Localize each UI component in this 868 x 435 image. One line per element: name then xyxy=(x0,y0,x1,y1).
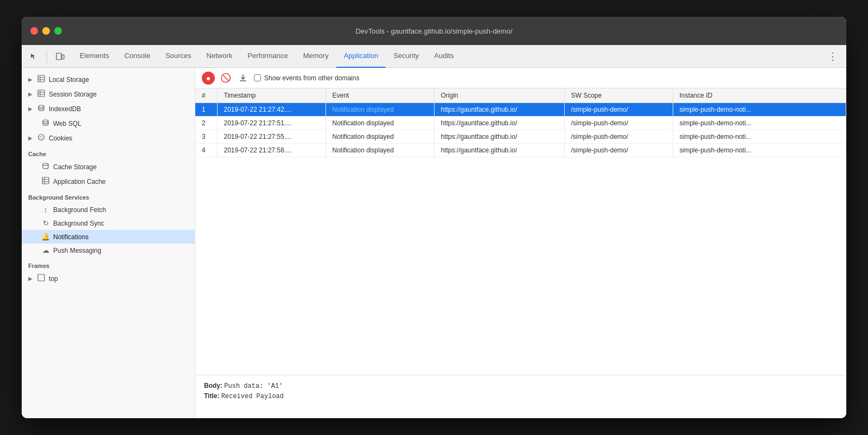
table-scroll[interactable]: # Timestamp Event Origin SW Scope Instan… xyxy=(195,88,846,375)
db-icon xyxy=(41,119,50,128)
cell-4: /simple-push-demo/ xyxy=(564,117,673,130)
frames-section-header: Frames xyxy=(22,257,195,271)
col-header-scope: SW Scope xyxy=(564,88,673,103)
svg-point-16 xyxy=(43,163,48,165)
svg-point-14 xyxy=(41,138,42,139)
table-icon xyxy=(37,75,46,84)
cell-5: simple-push-demo-noti... xyxy=(673,117,846,130)
cell-4: /simple-push-demo/ xyxy=(564,144,673,157)
cell-2: Notification displayed xyxy=(326,144,434,157)
bg-sync-label: Background Sync xyxy=(53,220,104,227)
table-row[interactable]: 42019-07-22 21:27:58....Notification dis… xyxy=(195,144,846,157)
more-tabs-icon[interactable]: ⋮ xyxy=(824,50,842,62)
cache-storage-label: Cache Storage xyxy=(53,163,97,171)
show-other-domains-input[interactable] xyxy=(254,74,261,81)
cell-0: 3 xyxy=(195,130,217,144)
sidebar-item-session-storage[interactable]: ▶ Session Storage xyxy=(22,87,195,101)
title-label: Title: xyxy=(204,392,219,400)
svg-point-10 xyxy=(39,105,44,107)
bell-icon: 🔔 xyxy=(41,233,50,241)
sidebar-item-bg-sync[interactable]: ↻ Background Sync xyxy=(22,216,195,230)
traffic-lights xyxy=(30,27,62,35)
tab-network[interactable]: Network xyxy=(199,45,240,68)
sidebar-item-websql[interactable]: Web SQL xyxy=(22,116,195,131)
svg-rect-17 xyxy=(42,177,49,184)
close-button[interactable] xyxy=(30,27,38,35)
device-icon[interactable] xyxy=(53,49,68,64)
cell-4: /simple-push-demo/ xyxy=(564,103,673,117)
table-row[interactable]: 32019-07-22 21:27:55....Notification dis… xyxy=(195,130,846,144)
sidebar-item-app-cache[interactable]: Application Cache xyxy=(22,174,195,189)
cell-1: 2019-07-22 21:27:51.... xyxy=(217,117,326,130)
tab-memory[interactable]: Memory xyxy=(296,45,336,68)
app-cache-label: Application Cache xyxy=(53,178,106,185)
local-storage-label: Local Storage xyxy=(49,76,89,84)
tab-security[interactable]: Security xyxy=(386,45,426,68)
show-other-domains-checkbox[interactable]: Show events from other domains xyxy=(254,74,359,82)
svg-point-11 xyxy=(43,120,48,122)
arrow-icon: ▶ xyxy=(28,76,33,82)
maximize-button[interactable] xyxy=(54,27,62,35)
col-header-origin: Origin xyxy=(434,88,564,103)
col-header-event: Event xyxy=(326,88,434,103)
table-container: # Timestamp Event Origin SW Scope Instan… xyxy=(195,88,846,418)
cell-3: https://gauntface.github.io/ xyxy=(434,130,564,144)
record-button[interactable]: ● xyxy=(202,72,215,85)
cell-2: Notification displayed xyxy=(326,103,434,117)
cell-1: 2019-07-22 21:27:42.... xyxy=(217,103,326,117)
tab-console[interactable]: Console xyxy=(117,45,158,68)
top-frame-label: top xyxy=(49,275,58,283)
frame-icon xyxy=(37,274,46,283)
svg-rect-0 xyxy=(56,53,61,60)
cell-2: Notification displayed xyxy=(326,117,434,130)
cell-4: /simple-push-demo/ xyxy=(564,130,673,144)
clear-button[interactable]: 🚫 xyxy=(219,72,232,85)
sidebar: ▶ Local Storage ▶ xyxy=(22,68,195,418)
sidebar-item-indexeddb[interactable]: ▶ IndexedDB xyxy=(22,101,195,116)
cell-3: https://gauntface.github.io/ xyxy=(434,103,564,117)
tab-icon-group xyxy=(26,49,68,64)
right-panel: ● 🚫 Show events from other domains xyxy=(195,68,846,418)
sidebar-item-notifications[interactable]: 🔔 Notifications xyxy=(22,230,195,244)
cursor-icon[interactable] xyxy=(26,49,41,64)
arrow-icon: ▶ xyxy=(28,135,33,141)
table-icon xyxy=(37,89,46,99)
sidebar-item-cache-storage[interactable]: Cache Storage xyxy=(22,159,195,174)
db-icon xyxy=(37,104,46,113)
websql-label: Web SQL xyxy=(53,120,81,127)
window-title: DevTools - gauntface.github.io/simple-pu… xyxy=(355,27,512,35)
show-other-domains-label: Show events from other domains xyxy=(264,74,359,82)
cell-5: simple-push-demo-noti... xyxy=(673,130,846,144)
svg-point-15 xyxy=(42,136,43,137)
sidebar-item-top-frame[interactable]: ▶ top xyxy=(22,271,195,286)
sidebar-item-cookies[interactable]: ▶ Cookies xyxy=(22,131,195,145)
tab-sources[interactable]: Sources xyxy=(158,45,199,68)
sidebar-item-bg-fetch[interactable]: ↕ Background Fetch xyxy=(22,203,195,216)
cell-1: 2019-07-22 21:27:58.... xyxy=(217,144,326,157)
col-header-instance: Instance ID xyxy=(673,88,846,103)
sidebar-item-local-storage[interactable]: ▶ Local Storage xyxy=(22,72,195,87)
minimize-button[interactable] xyxy=(42,27,50,35)
cache-icon xyxy=(41,162,50,171)
table-row[interactable]: 12019-07-22 21:27:42....Notification dis… xyxy=(195,103,846,117)
download-button[interactable] xyxy=(237,72,250,85)
main-content: ▶ Local Storage ▶ xyxy=(22,68,846,418)
body-label: Body: xyxy=(204,382,222,389)
cache-section-header: Cache xyxy=(22,145,195,159)
tab-elements[interactable]: Elements xyxy=(72,45,117,68)
cookie-icon xyxy=(37,133,46,143)
cell-0: 1 xyxy=(195,103,217,117)
cell-1: 2019-07-22 21:27:55.... xyxy=(217,130,326,144)
arrow-icon: ▶ xyxy=(28,91,33,97)
tabs-bar: Elements Console Sources Network Perform… xyxy=(22,45,846,68)
table-row[interactable]: 22019-07-22 21:27:51....Notification dis… xyxy=(195,117,846,130)
sidebar-item-push-messaging[interactable]: ☁ Push Messaging xyxy=(22,244,195,257)
bg-fetch-label: Background Fetch xyxy=(53,206,106,214)
tab-performance[interactable]: Performance xyxy=(240,45,295,68)
tab-audits[interactable]: Audits xyxy=(426,45,461,68)
tab-application[interactable]: Application xyxy=(336,45,386,68)
body-value: Push data: 'A1' xyxy=(224,382,283,390)
arrows-icon: ↕ xyxy=(41,206,50,214)
devtools-window: DevTools - gauntface.github.io/simple-pu… xyxy=(22,17,846,418)
col-header-timestamp: Timestamp xyxy=(217,88,326,103)
